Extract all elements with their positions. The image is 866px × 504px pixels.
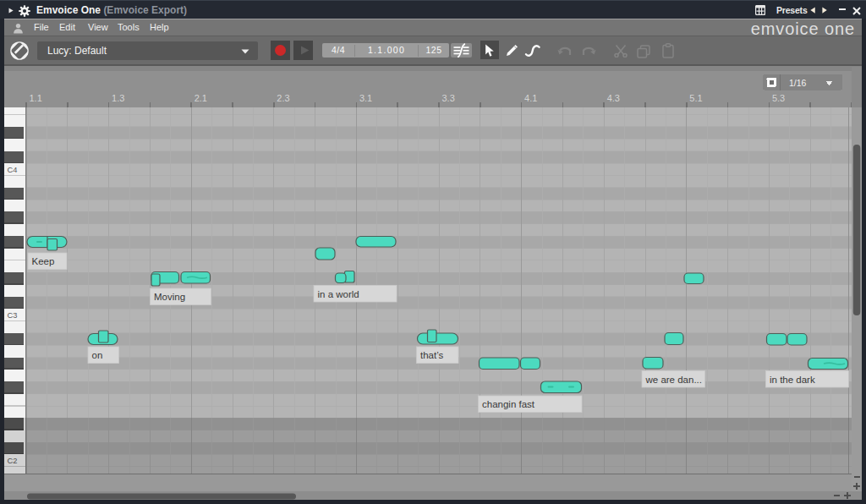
- svg-text:3.1: 3.1: [359, 93, 372, 103]
- svg-text:1.3: 1.3: [112, 93, 124, 103]
- svg-text:C4: C4: [8, 166, 18, 174]
- svg-text:changin fast: changin fast: [482, 399, 535, 409]
- svg-text:we are dan...: we are dan...: [645, 375, 702, 385]
- svg-text:4.1: 4.1: [524, 93, 537, 103]
- svg-text:in the dark: in the dark: [770, 375, 815, 385]
- svg-text:1/16: 1/16: [789, 78, 807, 88]
- svg-text:C3: C3: [8, 311, 18, 320]
- svg-text:Keep: Keep: [32, 256, 55, 266]
- svg-text:Moving: Moving: [154, 292, 185, 302]
- svg-text:that’s: that’s: [420, 350, 444, 360]
- svg-text:5.3: 5.3: [772, 93, 785, 103]
- svg-text:2.3: 2.3: [277, 93, 289, 103]
- svg-text:3.3: 3.3: [442, 93, 455, 103]
- svg-text:1.1: 1.1: [30, 93, 42, 103]
- svg-text:2.1: 2.1: [195, 93, 207, 103]
- svg-text:4.3: 4.3: [607, 93, 620, 103]
- svg-text:on: on: [92, 350, 103, 360]
- svg-text:in a world: in a world: [318, 289, 359, 299]
- svg-text:5.1: 5.1: [689, 93, 702, 103]
